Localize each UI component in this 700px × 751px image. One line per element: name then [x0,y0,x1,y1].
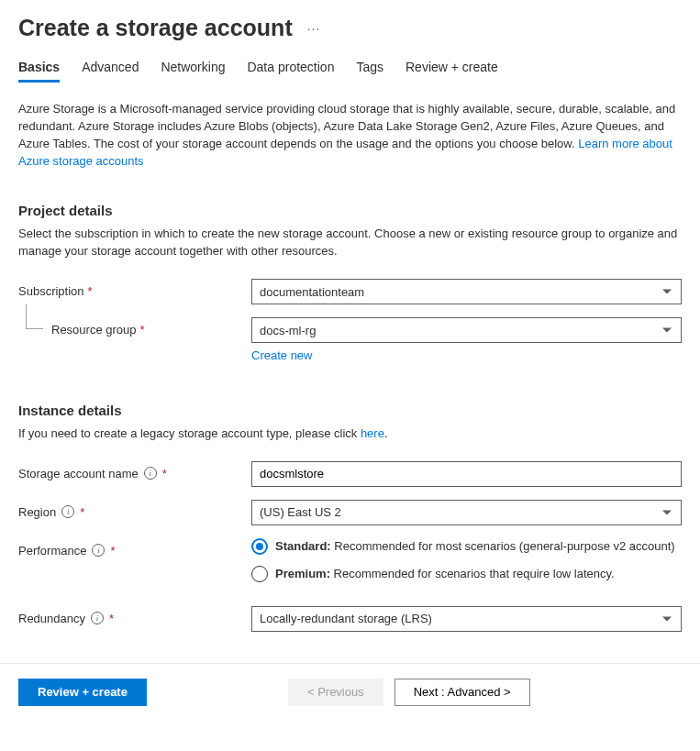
create-new-rg-link[interactable]: Create new [251,348,312,362]
review-create-button[interactable]: Review + create [18,679,147,706]
subscription-label-text: Subscription [18,284,84,298]
info-icon[interactable]: i [61,505,74,518]
instance-details-desc: If you need to create a legacy storage a… [18,425,682,443]
required-mark: * [162,467,167,480]
redundancy-value: Locally-redundant storage (LRS) [260,612,432,625]
info-icon[interactable]: i [91,612,104,624]
region-select[interactable]: (US) East US 2 [251,500,682,525]
subscription-select[interactable]: documentationteam [251,279,682,304]
storage-name-input[interactable] [251,461,682,487]
resource-group-select[interactable]: docs-ml-rg [251,317,682,343]
performance-premium-label: Premium: Recommended for scenarios that … [275,567,615,580]
tab-data-protection[interactable]: Data protection [247,60,334,83]
info-icon[interactable]: i [92,544,105,557]
project-details-desc: Select the subscription in which to crea… [18,226,682,260]
instance-details-heading: Instance details [18,403,682,418]
region-label: Region i * [18,500,251,519]
tabs-bar: Basics Advanced Networking Data protecti… [18,60,682,83]
region-label-text: Region [18,505,56,519]
tab-advanced[interactable]: Advanced [82,60,139,83]
tab-review-create[interactable]: Review + create [406,60,498,83]
performance-standard-option[interactable]: Standard: Recommended for most scenarios… [251,538,682,555]
instance-desc-prefix: If you need to create a legacy storage a… [18,426,361,440]
region-value: (US) East US 2 [260,505,341,519]
performance-label-text: Performance [18,544,86,558]
resource-group-label: Resource group * [18,317,251,337]
required-mark: * [140,323,145,337]
intro-text: Azure Storage is a Microsoft-managed ser… [18,101,682,170]
page-title: Create a storage account [18,15,293,41]
redundancy-select[interactable]: Locally-redundant storage (LRS) [251,606,682,632]
radio-icon[interactable] [251,566,268,582]
tab-networking[interactable]: Networking [161,60,225,83]
redundancy-label: Redundancy i * [18,606,251,625]
required-mark: * [110,544,115,558]
more-actions-icon[interactable]: ··· [307,21,321,36]
next-button[interactable]: Next : Advanced > [394,679,530,706]
legacy-here-link[interactable]: here [361,426,384,440]
storage-name-label: Storage account name i * [18,461,251,480]
footer-bar: Review + create < Previous Next : Advanc… [0,663,700,721]
radio-icon[interactable] [251,538,268,555]
info-icon[interactable]: i [144,467,157,480]
performance-standard-label: Standard: Recommended for most scenarios… [275,539,675,553]
redundancy-label-text: Redundancy [18,612,85,625]
performance-label: Performance i * [18,538,251,558]
tab-tags[interactable]: Tags [356,60,383,83]
subscription-label: Subscription * [18,279,251,298]
previous-button: < Previous [288,679,383,706]
project-details-heading: Project details [18,203,682,218]
required-mark: * [88,284,93,298]
required-mark: * [80,505,84,519]
resource-group-label-text: Resource group [51,323,137,337]
required-mark: * [109,612,114,625]
tab-basics[interactable]: Basics [18,60,60,83]
performance-premium-option[interactable]: Premium: Recommended for scenarios that … [251,566,682,582]
intro-body: Azure Storage is a Microsoft-managed ser… [18,102,675,150]
resource-group-value: docs-ml-rg [260,324,316,337]
subscription-value: documentationteam [260,285,364,299]
instance-desc-suffix: . [384,426,388,440]
storage-name-label-text: Storage account name [18,467,139,480]
